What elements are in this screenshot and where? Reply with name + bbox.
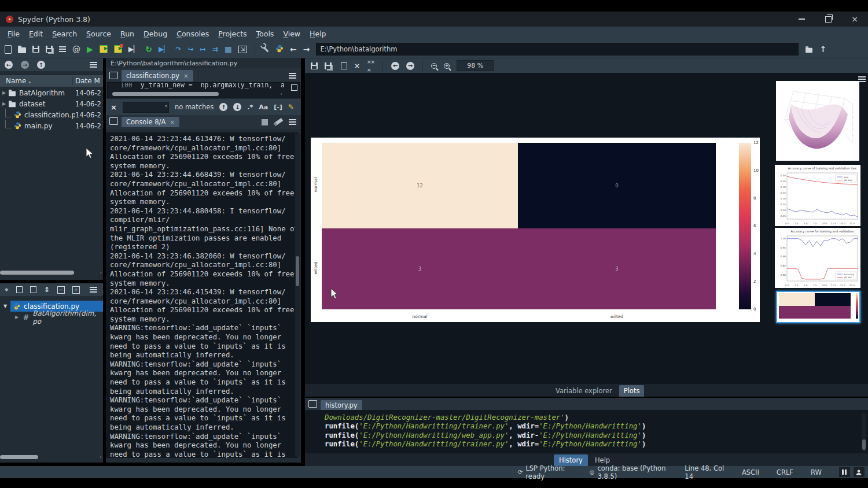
explorer-row-dataset[interactable]: ▶dataset14-06-2 (0, 98, 103, 109)
outline-options-icon[interactable] (90, 287, 97, 293)
console-close-icon[interactable]: × (170, 119, 174, 125)
date-column-header[interactable]: Date M (72, 77, 103, 85)
close-tab-icon[interactable]: × (183, 73, 188, 79)
menu-view[interactable]: View (279, 28, 304, 39)
step-out-icon[interactable]: ↦ (200, 45, 206, 53)
console-browse-tabs-icon[interactable] (109, 117, 118, 125)
next-plot-icon[interactable]: → (406, 62, 414, 70)
rerun-cell-icon[interactable] (114, 45, 122, 53)
outline-item-function[interactable]: ▶ # BatAlgorithm(dim, po (0, 312, 103, 323)
working-directory-input[interactable] (316, 43, 799, 56)
loss-curve-thumbnail[interactable]: Accuracy curve of training and validatio… (775, 165, 860, 226)
explorer-row-batalgorithm[interactable]: ▶BatAlgorithm14-06-2 (0, 87, 103, 98)
save-icon[interactable] (32, 46, 39, 53)
find-symbols-icon[interactable]: @ (72, 45, 80, 53)
editor-options-icon[interactable] (289, 73, 296, 79)
interrupt-kernel-icon[interactable] (262, 119, 268, 125)
menu-help[interactable]: Help (306, 28, 330, 39)
heatmap-thumbnail-selected[interactable] (776, 291, 860, 323)
save-plot-icon[interactable] (311, 62, 318, 69)
tools-wrench-icon[interactable] (263, 46, 269, 52)
find-previous-icon[interactable]: ↑ (219, 103, 227, 111)
editor-restore-icon[interactable] (291, 84, 297, 91)
find-input[interactable] (123, 102, 169, 113)
zoom-in-icon[interactable]: + (444, 63, 450, 69)
explorer-up-icon[interactable]: ↑ (37, 61, 45, 69)
step-into-icon[interactable]: ↪ (188, 45, 194, 53)
console-tab[interactable]: Console 8/A× (122, 117, 179, 127)
editor-hscrollbar[interactable]: ‹› (112, 91, 284, 96)
menu-consoles[interactable]: Consoles (172, 28, 213, 39)
menu-debug[interactable]: Debug (139, 28, 171, 39)
restore-button[interactable] (815, 12, 841, 27)
browse-tabs-icon[interactable] (109, 72, 118, 79)
history-log[interactable]: Downloads/DigitRecognizer-master/DigitRe… (305, 410, 868, 449)
menu-source[interactable]: Source (82, 28, 115, 39)
new-file-icon[interactable] (5, 45, 12, 54)
surface-plot-thumbnail[interactable] (776, 81, 859, 161)
sort-icon[interactable]: ↕ (44, 286, 50, 294)
continue-icon[interactable]: ⇉ (212, 45, 218, 53)
back-icon[interactable]: ← (290, 45, 297, 53)
maximize-pane-icon[interactable]: ⇲ (238, 46, 247, 53)
menu-run[interactable]: Run (116, 28, 138, 39)
outline-hscrollbar[interactable]: ‹› (0, 454, 103, 460)
history-vscrollbar[interactable] (862, 413, 866, 451)
run-cell-icon[interactable] (100, 45, 108, 53)
zoom-level[interactable]: 98 % (457, 60, 494, 71)
python-env-icon[interactable] (275, 45, 284, 54)
parent-directory-icon[interactable]: ↑ (819, 45, 826, 53)
history-tab[interactable]: history.py (321, 400, 362, 410)
stop-debug-icon[interactable]: ■ (225, 45, 232, 53)
step-icon[interactable]: ↷ (175, 45, 181, 53)
file-switcher-icon[interactable] (59, 46, 66, 52)
console-vscrollbar[interactable] (295, 134, 300, 457)
console-output[interactable]: 2021-06-14 23:23:44.613476: W tensorflow… (106, 132, 298, 458)
forward-icon[interactable]: → (303, 45, 310, 53)
whole-word-toggle-icon[interactable]: [-] (274, 103, 282, 111)
menu-projects[interactable]: Projects (214, 28, 251, 39)
menu-file[interactable]: File (3, 28, 24, 39)
editor-tab[interactable]: classification.py× (122, 70, 193, 82)
copy-plot-icon[interactable] (341, 62, 347, 69)
menu-edit[interactable]: Edit (25, 28, 47, 39)
collapse-section-icon[interactable] (16, 286, 23, 293)
zoom-out-icon[interactable]: − (431, 63, 437, 69)
explorer-header[interactable]: Name ▴ Date M (0, 75, 103, 87)
minimize-button[interactable] (788, 12, 815, 27)
collapse-all-icon[interactable]: − (57, 286, 65, 294)
run-file-icon[interactable]: ▶ (87, 45, 93, 53)
name-column-header[interactable]: Name (6, 77, 26, 85)
goto-cursor-icon[interactable]: ⌖ (5, 286, 9, 294)
previous-plot-icon[interactable]: ← (391, 62, 399, 70)
find-next-icon[interactable]: ↓ (233, 103, 241, 111)
remove-all-plots-icon[interactable]: ××× (367, 58, 374, 74)
rerun-icon[interactable]: ↻ (145, 45, 152, 53)
tab-plots[interactable]: Plots (619, 385, 645, 397)
console-options-icon[interactable] (289, 119, 296, 125)
explorer-row-main-py[interactable]: main.py14-06-2 (0, 120, 103, 131)
regex-toggle-icon[interactable]: .* (247, 103, 253, 111)
pause-icon[interactable] (839, 467, 850, 477)
explorer-options-icon[interactable] (90, 62, 97, 68)
menu-tools[interactable]: Tools (252, 28, 278, 39)
browse-directory-icon[interactable] (806, 47, 812, 53)
explorer-row-classification-py[interactable]: classification.py14-06-2 (0, 109, 103, 120)
expand-all-icon[interactable]: + (72, 286, 80, 294)
remove-plot-icon[interactable]: × (354, 62, 360, 70)
accuracy-curve-thumbnail[interactable]: Accuracy curve for training and validati… (775, 228, 860, 288)
close-find-icon[interactable]: × (111, 103, 117, 112)
expand-section-icon[interactable] (30, 286, 36, 293)
save-all-plots-icon[interactable] (325, 62, 332, 69)
save-all-icon[interactable] (46, 46, 53, 53)
explorer-forward-icon[interactable]: → (21, 61, 29, 69)
user-icon[interactable] (854, 467, 865, 477)
case-toggle-icon[interactable]: Aa (259, 103, 268, 111)
explorer-back-icon[interactable]: ← (5, 61, 13, 69)
close-button[interactable]: × (841, 12, 868, 27)
heatmap-figure[interactable]: 12033normalwiltednormalwilted 121086420 (311, 138, 760, 322)
open-file-icon[interactable] (18, 47, 26, 53)
run-selection-icon[interactable]: ▶▏ (128, 45, 139, 53)
editor-viewport[interactable]: 100y_train_new = np.argmax(y_train, a ‹› (107, 82, 300, 98)
tab-variable-explorer[interactable]: Variable explorer (551, 385, 617, 397)
